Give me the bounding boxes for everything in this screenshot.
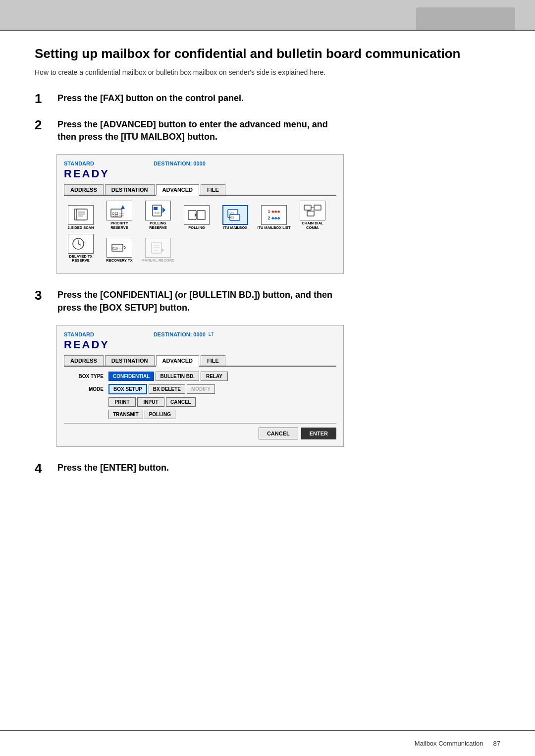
mode-label: MODE <box>64 386 104 392</box>
footer-text: Mailbox Communication <box>415 740 483 747</box>
icon-delayed-tx-label: DELAYED TX RESERVE <box>64 255 98 263</box>
tab-advanced[interactable]: ADVANCED <box>156 184 200 196</box>
top-bar-tab <box>416 7 515 30</box>
icon-itu-mailbox-label: ITU MAILBOX <box>223 226 248 230</box>
screen-2-lt: LT <box>209 331 214 337</box>
btn-confidential[interactable]: CONFIDENTIAL <box>108 372 154 381</box>
tab2-address[interactable]: ADDRESS <box>64 355 104 366</box>
screen-2: STANDARD DESTINATION: 0000 LT READY ADDR… <box>56 325 344 447</box>
step-1: 1 Press the [FAX] button on the control … <box>35 91 500 107</box>
svg-rect-14 <box>197 211 205 219</box>
bottom-enter-button[interactable]: ENTER <box>301 428 336 439</box>
svg-text:515 ·····: 515 ····· <box>112 214 124 217</box>
screen-1-destination: DESTINATION: 0000 <box>154 161 206 166</box>
footer-page: 87 <box>493 740 500 747</box>
icon-recovery-tx-label: RECOVERY TX <box>106 259 132 263</box>
btn-input[interactable]: INPUT <box>137 397 164 407</box>
icon-priority-reserve-label: PRIORITY RESERVE <box>103 221 136 230</box>
screen-2-destination: DESTINATION: 0000 <box>154 331 206 337</box>
screen-2-ready: READY <box>64 338 336 351</box>
step-2-text: Press the [ADVANCED] button to enter the… <box>57 117 328 143</box>
mode-row3: PRINT INPUT CANCEL <box>64 397 336 407</box>
screen-1-standard: STANDARD <box>64 161 94 166</box>
screen-2-bottom-bar: CANCEL ENTER <box>64 423 336 439</box>
svg-text:002: 002 <box>229 212 234 215</box>
icon-manual-record-label: MANUAL RECORD <box>142 259 175 263</box>
step-2-number: 2 <box>35 117 54 133</box>
step-1-text: Press the [FAX] button on the control pa… <box>57 91 244 105</box>
btn-bulletin-bd[interactable]: BULLETIN BD. <box>156 372 199 381</box>
btn-cancel-row3[interactable]: CANCEL <box>166 397 196 407</box>
btn-box-setup[interactable]: BOX SETUP <box>108 384 147 394</box>
screen-1: STANDARD DESTINATION: 0000 READY ADDRESS… <box>56 154 344 274</box>
btn-bx-delete[interactable]: BX DELETE <box>149 384 185 394</box>
bottom-cancel-button[interactable]: CANCEL <box>259 428 298 439</box>
box-type-label: BOX TYPE <box>64 374 104 379</box>
step-4: 4 Press the [ENTER] button. <box>35 461 500 476</box>
icon-2-sided-scan[interactable]: 2-SIDED SCAN <box>64 205 98 230</box>
icon-2-sided-scan-label: 2-SIDED SCAN <box>68 226 94 230</box>
mode-row: MODE BOX SETUP BX DELETE MODIFY <box>64 384 336 394</box>
tab2-file[interactable]: FILE <box>201 355 225 366</box>
screen-1-ready: READY <box>64 167 336 180</box>
page-content: Setting up mailbox for confidential and … <box>0 31 535 527</box>
bottom-rule <box>0 730 535 731</box>
box-type-row: BOX TYPE CONFIDENTIAL BULLETIN BD. RELAY <box>64 372 336 381</box>
tab2-destination[interactable]: DESTINATION <box>105 355 155 366</box>
icon-polling[interactable]: POLLING <box>180 205 214 230</box>
icon-itu-mailbox-list-label: ITU MAILBOX LIST <box>257 226 290 230</box>
icon-chain-dial[interactable]: CHAIN DIAL COMM. <box>296 201 329 230</box>
icon-polling-reserve-label: POLLING RESERVE <box>141 221 175 230</box>
icon-delayed-tx[interactable]: ⌕ DELAYED TX RESERVE <box>64 234 98 263</box>
svg-text:□□□□: □□□□ <box>154 212 161 215</box>
svg-marker-12 <box>162 207 165 213</box>
svg-rect-1 <box>76 209 87 220</box>
svg-text:⌕: ⌕ <box>84 240 86 244</box>
icon-itu-mailbox-list[interactable]: 1 ♣♣♣ 2 ♣♣♣ ITU MAILBOX LIST <box>257 205 291 230</box>
step-1-number: 1 <box>35 91 54 107</box>
tab2-advanced[interactable]: ADVANCED <box>156 355 200 367</box>
btn-relay[interactable]: RELAY <box>201 372 228 381</box>
icon-itu-mailbox[interactable]: 002 003 ITU MAILBOX <box>218 205 252 230</box>
step-2: 2 Press the [ADVANCED] button to enter t… <box>35 117 500 143</box>
tab-file[interactable]: FILE <box>201 184 225 195</box>
tab-address[interactable]: ADDRESS <box>64 184 104 195</box>
btn-transmit[interactable]: TRANSMIT <box>108 410 143 419</box>
svg-rect-21 <box>304 205 311 210</box>
page-title: Setting up mailbox for confidential and … <box>35 46 500 62</box>
screen-2-status: STANDARD DESTINATION: 0000 LT <box>64 331 336 337</box>
svg-marker-36 <box>161 248 164 252</box>
svg-rect-22 <box>307 211 314 216</box>
svg-text:003: 003 <box>229 216 234 219</box>
tab-destination[interactable]: DESTINATION <box>105 184 155 195</box>
screen-1-icons-row2: ⌕ DELAYED TX RESERVE 016 ··· RECOVERY TX <box>64 234 336 263</box>
step-4-text: Press the [ENTER] button. <box>57 461 169 474</box>
step-3-number: 3 <box>35 288 54 303</box>
icon-priority-reserve[interactable]: 013 ····· 515 ····· PRIORITY RESERVE <box>103 201 136 230</box>
svg-rect-10 <box>154 207 158 210</box>
svg-rect-23 <box>314 205 321 210</box>
btn-polling[interactable]: POLLING <box>145 410 175 419</box>
svg-text:016 ···: 016 ··· <box>112 247 121 250</box>
icon-polling-reserve[interactable]: □□□□ POLLING RESERVE <box>141 201 175 230</box>
screen-1-icons-row1: 2-SIDED SCAN 013 ····· 515 ····· PRIORIT… <box>64 201 336 230</box>
step-3-text: Press the [CONFIDENTIAL] (or [BULLETIN B… <box>57 288 332 314</box>
page-subtitle: How to create a confidential mailbox or … <box>35 68 500 76</box>
btn-modify[interactable]: MODIFY <box>187 384 215 394</box>
mode-row4: TRANSMIT POLLING <box>64 410 336 419</box>
top-bar <box>0 0 535 30</box>
icon-chain-dial-label: CHAIN DIAL COMM. <box>296 221 329 230</box>
screen-1-tabs: ADDRESS DESTINATION ADVANCED FILE <box>64 184 336 196</box>
icon-polling-label: POLLING <box>188 226 205 230</box>
icon-recovery-tx[interactable]: 016 ··· RECOVERY TX <box>103 238 136 263</box>
btn-print[interactable]: PRINT <box>108 397 136 407</box>
screen-1-status: STANDARD DESTINATION: 0000 <box>64 161 336 166</box>
box-type-section: BOX TYPE CONFIDENTIAL BULLETIN BD. RELAY… <box>64 372 336 419</box>
page-footer: Mailbox Communication 87 <box>0 740 535 747</box>
screen-2-tabs: ADDRESS DESTINATION ADVANCED FILE <box>64 355 336 367</box>
icon-manual-record[interactable]: MANUAL RECORD <box>141 238 175 263</box>
svg-marker-8 <box>121 205 125 209</box>
step-4-number: 4 <box>35 461 54 476</box>
step-3: 3 Press the [CONFIDENTIAL] (or [BULLETIN… <box>35 288 500 314</box>
screen-2-standard: STANDARD <box>64 331 94 337</box>
